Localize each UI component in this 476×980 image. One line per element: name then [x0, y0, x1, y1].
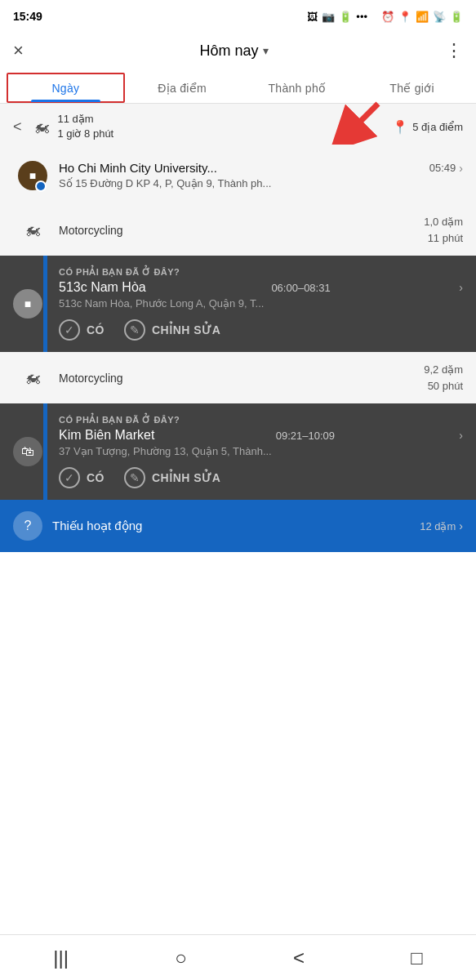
- dropdown-arrow[interactable]: ▾: [263, 44, 269, 57]
- card-name-2: Kim Biên Market: [59, 428, 154, 443]
- card-label-1: CÓ PHẢI BẠN ĐÃ Ở ĐÂY?: [59, 267, 463, 278]
- entry-time-1: 05:49: [429, 162, 456, 174]
- more-menu-button[interactable]: ⋮: [445, 40, 463, 61]
- duration-text: 1 giờ 8 phút: [58, 127, 114, 140]
- motorcycling-icon-1: 🏍: [24, 220, 41, 239]
- blue-line-dark-2: [43, 403, 47, 500]
- summary-row: < 🏍 11 dặm 1 giờ 8 phút 📍 5 địa điểm: [0, 104, 476, 149]
- card-main-row-2: Kim Biên Market 09:21–10:09 ›: [59, 428, 463, 443]
- bottom-card-icon: ?: [13, 511, 42, 541]
- card-action-chinh-sua-2[interactable]: ✎ CHỈNH SỬA: [124, 467, 220, 488]
- card-time-1: 06:00–08:31: [271, 282, 330, 294]
- card-action-chinh-sua-1[interactable]: ✎ CHỈNH SỬA: [124, 319, 220, 341]
- card-address-2: 37 Vạn Tượng, Phường 13, Quận 5, Thành..…: [59, 445, 463, 457]
- tab-dia-diem[interactable]: Địa điểm: [125, 72, 240, 103]
- question-icon: ?: [24, 519, 32, 533]
- close-button[interactable]: ×: [13, 40, 24, 61]
- blue-line-dark-1: [43, 256, 47, 352]
- battery-icon: 🔋: [450, 11, 463, 23]
- card-action-co-2[interactable]: ✓ CÓ: [59, 467, 105, 488]
- card-chevron-1[interactable]: ›: [459, 281, 463, 294]
- bottom-card-chevron[interactable]: ›: [459, 519, 463, 532]
- bag-icon-2: 🛍: [21, 444, 34, 459]
- transport-stats-1: 1,0 dặm 11 phút: [424, 214, 463, 246]
- location-count-text: 5 địa điểm: [412, 121, 463, 133]
- wifi-icon: 📶: [416, 11, 429, 23]
- bottom-card-distance: 12 dặm: [420, 520, 456, 532]
- card-action-co-1[interactable]: ✓ CÓ: [59, 319, 105, 341]
- dark-card-stop-1: ■: [13, 289, 42, 318]
- entry-chevron-1[interactable]: ›: [459, 162, 463, 175]
- tab-ngay[interactable]: Ngày: [7, 73, 125, 103]
- timeline-area: ■ Ho Chi Minh City University... 05:49 ›…: [0, 149, 476, 552]
- entry-address-1: Số 15 Đường D KP 4, P, Quận 9, Thành ph.…: [59, 177, 463, 189]
- location-pin-icon: 📍: [392, 119, 408, 135]
- motorcycle-icon: 🏍: [33, 118, 50, 136]
- bottom-card-label: Thiếu hoạt động: [52, 519, 420, 533]
- nav-menu-button[interactable]: |||: [33, 940, 88, 976]
- co-label-2: CÓ: [87, 471, 105, 484]
- photo-icon: 🖼: [307, 11, 318, 23]
- signal-icon: 📡: [433, 11, 446, 23]
- dark-card-stop-2: 🛍: [13, 437, 42, 466]
- location-count: 📍 5 địa điểm: [392, 119, 463, 135]
- transport-details-1: Motorcycling: [59, 223, 424, 238]
- transport-icon-col-1: 🏍: [13, 220, 52, 239]
- tabs-bar: Ngày Địa điểm Thành phố Thế giới: [0, 72, 476, 104]
- tab-the-gioi[interactable]: Thế giới: [354, 72, 469, 103]
- nav-home-button[interactable]: ○: [155, 940, 207, 976]
- bottom-card: ? Thiếu hoạt động 12 dặm ›: [0, 500, 476, 552]
- transport-details-2: Motorcycling: [59, 371, 424, 385]
- more-icon: •••: [356, 11, 367, 23]
- stop-button-gray-1[interactable]: ■: [13, 289, 42, 318]
- tab-thanh-pho[interactable]: Thành phố: [240, 72, 355, 103]
- dark-card-1: ■ CÓ PHẢI BẠN ĐÃ Ở ĐÂY? 513c Nam Hòa 06:…: [0, 256, 476, 352]
- card-time-2: 09:21–10:09: [276, 430, 335, 442]
- co-icon-circle-2: ✓: [59, 467, 80, 488]
- stop-icon-1: ■: [29, 169, 36, 182]
- transport-row-2: 🏍 Motorcycling 9,2 dặm 50 phút: [0, 352, 476, 403]
- timeline-dot-1: [35, 180, 47, 192]
- card-chevron-2[interactable]: ›: [459, 429, 463, 442]
- distance-text: 11 dặm: [58, 113, 94, 125]
- page-title: Hôm nay: [199, 42, 258, 60]
- transport-duration-1: 11 phút: [424, 230, 463, 247]
- status-icons: 🖼 📷 🔋 ••• ⏰ 📍 📶 📡 🔋: [307, 11, 463, 23]
- svg-line-1: [345, 104, 378, 136]
- card-main-row-1: 513c Nam Hòa 06:00–08:31 ›: [59, 280, 463, 295]
- battery-save-icon: 🔋: [339, 11, 352, 23]
- status-bar: 15:49 🖼 📷 🔋 ••• ⏰ 📍 📶 📡 🔋: [0, 0, 476, 29]
- card-label-2: CÓ PHẢI BẠN ĐÃ Ở ĐÂY?: [59, 415, 463, 425]
- chinh-sua-icon-circle-1: ✎: [124, 319, 145, 341]
- card-name-1: 513c Nam Hòa: [59, 280, 146, 295]
- co-label-1: CÓ: [87, 323, 105, 336]
- check-icon-2: ✓: [65, 471, 74, 484]
- edit-icon-1: ✎: [130, 323, 140, 336]
- card-address-1: 513c Nam Hòa, Phước Long A, Quận 9, T...: [59, 297, 463, 310]
- nav-back-button[interactable]: <: [274, 940, 324, 976]
- check-icon-1: ✓: [65, 323, 74, 336]
- entry-content-1: Ho Chi Minh City University... 05:49 › S…: [59, 161, 463, 193]
- back-button[interactable]: <: [13, 118, 22, 136]
- alarm-icon: ⏰: [381, 11, 394, 23]
- stop-button-gray-2[interactable]: 🛍: [13, 437, 42, 466]
- transport-distance-2: 9,2 dặm: [424, 362, 463, 378]
- chinh-sua-label-1: CHỈNH SỬA: [152, 323, 220, 336]
- entry-hcmc-university: ■ Ho Chi Minh City University... 05:49 ›…: [0, 149, 476, 204]
- summary-stats: 11 dặm 1 giờ 8 phút: [58, 112, 114, 141]
- transport-distance-1: 1,0 dặm: [424, 214, 463, 230]
- transport-duration-2: 50 phút: [424, 378, 463, 394]
- transport-icon-col-2: 🏍: [13, 368, 52, 387]
- transport-stats-2: 9,2 dặm 50 phút: [424, 362, 463, 394]
- bottom-nav: ||| ○ < □: [0, 934, 476, 980]
- card-actions-2: ✓ CÓ ✎ CHỈNH SỬA: [59, 467, 463, 488]
- instagram-icon: 📷: [322, 11, 335, 23]
- location-icon: 📍: [398, 11, 411, 23]
- entry-icon-col: ■: [13, 161, 52, 190]
- transport-row-1: 🏍 Motorcycling 1,0 dặm 11 phút: [0, 204, 476, 256]
- top-bar: × Hôm nay ▾ ⋮: [0, 29, 476, 72]
- red-arrow-indicator: [321, 96, 386, 148]
- nav-recents-button[interactable]: □: [391, 940, 443, 976]
- title-area: Hôm nay ▾: [199, 42, 269, 60]
- stop-icon-gray-1: ■: [24, 297, 31, 310]
